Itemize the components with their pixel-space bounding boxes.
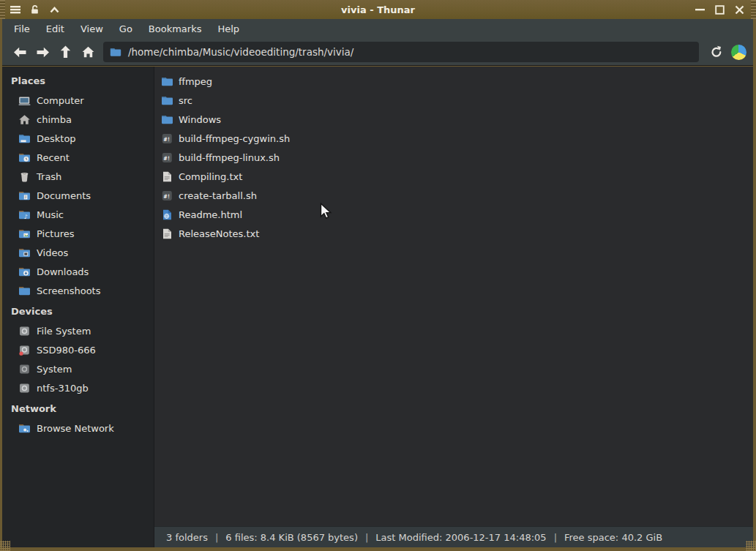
titlebar-grip-left[interactable] <box>0 0 5 19</box>
file-row-build-ffmpeg-linux-sh[interactable]: #!build-ffmpeg-linux.sh <box>154 148 753 167</box>
sidebar-section-devices: Devices <box>2 300 154 321</box>
toolbar: /home/chimba/Music/videoediting/trash/vi… <box>2 39 753 66</box>
maximize-button[interactable] <box>710 0 730 19</box>
text-icon <box>161 171 173 182</box>
back-arrow-icon <box>13 47 27 58</box>
home-icon <box>18 114 31 125</box>
sidebar-item-system[interactable]: System <box>2 359 154 378</box>
file-name: ReleaseNotes.txt <box>179 228 259 239</box>
statusbar-text: 3 folders|6 files: 8.4 KiB (8567 bytes)|… <box>166 527 662 548</box>
home-icon <box>82 46 94 58</box>
drive-icon <box>18 326 31 337</box>
close-button[interactable] <box>730 0 749 19</box>
maximize-icon <box>715 5 725 15</box>
folder-downloads-icon <box>18 266 31 277</box>
trash-icon <box>18 171 31 182</box>
sidebar-item-label: Recent <box>37 152 70 163</box>
up-button[interactable] <box>54 42 77 62</box>
sidebar-item-trash[interactable]: Trash <box>2 167 154 186</box>
minimize-button[interactable] <box>690 0 710 19</box>
sidebar-item-label: File System <box>37 326 91 337</box>
back-button[interactable] <box>9 42 31 62</box>
sidebar-item-ssd980-666[interactable]: SSD980-666 <box>2 340 154 359</box>
sidebar-item-chimba[interactable]: chimba <box>2 110 154 129</box>
sidebar-item-documents[interactable]: Documents <box>2 186 154 205</box>
menu-go[interactable]: Go <box>111 20 141 37</box>
file-row-releasenotes-txt[interactable]: ReleaseNotes.txt <box>154 224 753 243</box>
sidebar-item-desktop[interactable]: Desktop <box>2 129 154 148</box>
path-text: /home/chimba/Music/videoediting/trash/vi… <box>128 46 353 58</box>
folder-icon <box>161 95 173 106</box>
sidebar-item-recent[interactable]: Recent <box>2 148 154 167</box>
close-icon <box>735 5 744 15</box>
menu-bookmarks[interactable]: Bookmarks <box>141 20 210 37</box>
resize-grip-bottom-right[interactable] <box>746 541 756 551</box>
folder-plain-brown-icon <box>18 285 31 296</box>
stick-window-button[interactable] <box>25 0 45 19</box>
file-name: Compiling.txt <box>179 171 242 182</box>
menu-view[interactable]: View <box>72 20 111 37</box>
forward-arrow-icon <box>36 47 50 58</box>
sidebar-item-label: Documents <box>37 190 91 201</box>
reload-icon <box>710 45 723 59</box>
shade-window-button[interactable] <box>45 0 64 19</box>
up-arrow-icon <box>60 45 71 59</box>
file-row-ffmpeg[interactable]: ffmpeg <box>154 72 753 91</box>
file-row-readme-html[interactable]: Readme.html <box>154 205 753 224</box>
titlebar-grip-right[interactable] <box>751 0 756 19</box>
reload-button[interactable] <box>705 42 727 62</box>
sidebar-item-label: Computer <box>37 95 84 106</box>
file-name: Windows <box>179 114 221 125</box>
sidebar-item-computer[interactable]: Computer <box>2 91 154 110</box>
sidebar-item-browse-network[interactable]: Browse Network <box>2 419 154 438</box>
sidebar-item-label: Trash <box>37 171 61 182</box>
sidebar-item-label: ntfs-310gb <box>37 383 89 394</box>
home-button[interactable] <box>77 42 100 62</box>
folder-icon <box>161 114 173 125</box>
sidebar-item-file-system[interactable]: File System <box>2 321 154 340</box>
statusbar-separator: | <box>215 532 218 543</box>
folder-desktop-icon <box>18 133 31 144</box>
sidebar-item-label: Desktop <box>37 133 76 144</box>
script-icon: #! <box>161 190 173 201</box>
file-row-build-ffmpeg-cygwin-sh[interactable]: #!build-ffmpeg-cygwin.sh <box>154 129 753 148</box>
sidebar-item-pictures[interactable]: Pictures <box>2 224 154 243</box>
file-name: src <box>179 95 192 106</box>
statusbar-segment: Last Modified: 2006-12-17 14:48:05 <box>375 532 546 543</box>
window-menu-button[interactable] <box>5 0 25 19</box>
drive-icon <box>18 383 31 394</box>
sidebar-item-screenshoots[interactable]: Screenshoots <box>2 281 154 300</box>
sidebar-section-network: Network <box>2 397 154 419</box>
folder-icon <box>110 48 121 57</box>
statusbar-segment: 3 folders <box>166 532 208 543</box>
html-icon <box>161 209 173 220</box>
forward-button[interactable] <box>31 42 54 62</box>
folder-icon <box>161 76 173 87</box>
thunar-window: vivia - Thunar FileEditViewGoBookmarksHe… <box>0 0 756 551</box>
sidebar-item-label: Pictures <box>37 228 74 239</box>
file-name: Readme.html <box>179 209 242 220</box>
free-space-pie-icon[interactable] <box>731 45 746 60</box>
folder-recent-icon <box>18 152 31 163</box>
folder-music-icon: ♪ <box>18 209 31 220</box>
drive-dark-icon <box>18 364 31 375</box>
menubar: FileEditViewGoBookmarksHelp <box>2 19 753 39</box>
sidebar-item-downloads[interactable]: Downloads <box>2 262 154 281</box>
menu-edit[interactable]: Edit <box>38 20 72 37</box>
file-row-src[interactable]: src <box>154 91 753 110</box>
sidebar: PlacesComputerchimba Desktop RecentTrash… <box>2 67 154 547</box>
file-name: create-tarball.sh <box>179 190 257 201</box>
resize-grip-bottom-left[interactable] <box>0 541 10 551</box>
file-row-compiling-txt[interactable]: Compiling.txt <box>154 167 753 186</box>
file-name: build-ffmpeg-cygwin.sh <box>179 133 290 144</box>
menu-help[interactable]: Help <box>209 20 247 37</box>
sidebar-item-videos[interactable]: Videos <box>2 243 154 262</box>
sidebar-item-label: Downloads <box>37 266 89 277</box>
sidebar-item-music[interactable]: ♪Music <box>2 205 154 224</box>
path-bar[interactable]: /home/chimba/Music/videoediting/trash/vi… <box>103 42 699 62</box>
file-row-windows[interactable]: Windows <box>154 110 753 129</box>
file-row-create-tarball-sh[interactable]: #!create-tarball.sh <box>154 186 753 205</box>
sidebar-item-label: Videos <box>37 247 68 258</box>
sidebar-item-ntfs-310gb[interactable]: ntfs-310gb <box>2 378 154 397</box>
menu-file[interactable]: File <box>6 20 38 37</box>
